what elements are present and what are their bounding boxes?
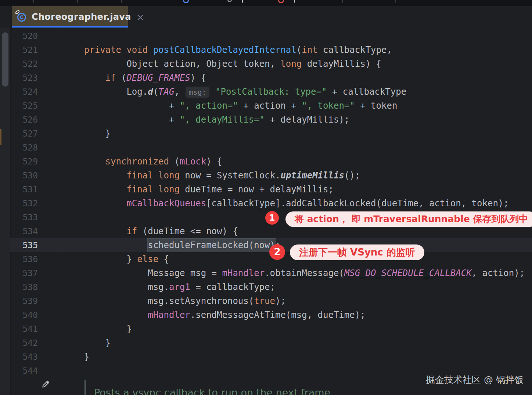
code-token: Message msg = xyxy=(63,268,222,278)
cropped-orange-marker xyxy=(0,129,1,145)
code-token xyxy=(210,87,215,97)
line-number: 527 xyxy=(11,127,38,141)
doc-comment-bar xyxy=(85,380,86,395)
code-token: + delayMillis); xyxy=(265,115,349,125)
line-number: 529 xyxy=(11,155,38,168)
tab-title: Choreographer.java xyxy=(32,12,131,22)
code-token: ", token=" xyxy=(302,101,355,111)
code-token: ", action=" xyxy=(180,101,238,111)
strip-tick xyxy=(395,0,396,3)
code-line[interactable]: } else { xyxy=(63,252,169,266)
code-line[interactable]: } xyxy=(63,336,111,350)
code-token: if xyxy=(126,226,137,236)
code-line[interactable]: Object action, Object token, long delayM… xyxy=(63,57,381,71)
code-line[interactable]: scheduleFrameLocked(now); xyxy=(63,238,280,252)
code-token: dueTime = now + delayMillis; xyxy=(180,184,334,195)
code-token xyxy=(63,170,126,181)
code-token: , xyxy=(174,87,185,97)
edit-pencil-icon[interactable] xyxy=(41,378,51,389)
line-number: 539 xyxy=(11,294,38,308)
gutter-numbers: 5205215225235245255265275285295305315325… xyxy=(11,29,38,378)
annotation-pill-2: 注册下一帧 VSync 的监听 xyxy=(290,244,424,260)
code-token: TAG xyxy=(158,87,174,97)
tab-choreographer-java[interactable]: C Choreographer.java × xyxy=(12,6,128,28)
line-number: 521 xyxy=(11,43,38,57)
inlay-hint: msg: xyxy=(186,87,209,98)
line-number: 528 xyxy=(11,141,38,155)
code-line[interactable]: final long now = SystemClock.uptimeMilli… xyxy=(63,168,360,182)
strip-tick xyxy=(342,0,343,3)
code-token: Object action, Object token, xyxy=(63,59,280,69)
code-token: .sendMessageAtTime(msg, dueTime); xyxy=(190,310,366,320)
code-token: ", delayMillis=" xyxy=(180,115,265,125)
line-number: 523 xyxy=(11,71,38,85)
code-line[interactable]: final long dueTime = now + delayMillis; xyxy=(63,182,334,196)
annotation-badge-2: 2 xyxy=(269,244,285,260)
line-number: 520 xyxy=(11,29,38,43)
scrollbar-thumb[interactable] xyxy=(2,32,8,87)
tab-close-icon[interactable]: × xyxy=(136,12,145,22)
line-number: 533 xyxy=(11,210,38,224)
doc-comment-text: Posts a vsync callback to run on the nex… xyxy=(94,387,330,395)
code-token: msg.setAsynchronous( xyxy=(63,296,254,306)
code-line[interactable]: } xyxy=(63,350,89,364)
code-line[interactable]: + ", delayMillis=" + delayMillis); xyxy=(63,113,349,127)
code-token: + xyxy=(63,115,180,125)
code-token: "PostCallback: type=" xyxy=(215,87,327,97)
code-token: long xyxy=(280,59,302,69)
code-token xyxy=(63,240,148,250)
code-token: + action + xyxy=(238,101,302,111)
line-number: 534 xyxy=(11,224,38,238)
code-line[interactable]: synchronized (mLock) { xyxy=(63,155,222,168)
code-token: ( xyxy=(296,45,302,55)
line-number: 535 xyxy=(11,238,38,252)
code-line[interactable]: + ", action=" + action + ", token=" + to… xyxy=(63,99,397,113)
code-line[interactable]: } xyxy=(63,127,111,141)
cropped-blue-icon xyxy=(183,0,189,3)
code-token: + token xyxy=(355,101,398,111)
code-line[interactable]: mCallbackQueues[callbackType].addCallbac… xyxy=(63,196,509,210)
code-token: DEBUG_FRAMES xyxy=(126,73,190,83)
code-token: MSG_DO_SCHEDULE_CALLBACK xyxy=(344,268,472,278)
line-number: 538 xyxy=(11,280,38,294)
top-cropped-strip xyxy=(0,0,532,6)
class-icon-letter: C xyxy=(17,13,26,22)
code-pane[interactable]: private void postCallbackDelayedInternal… xyxy=(63,29,532,378)
line-number: 525 xyxy=(11,99,38,113)
code-token: final long xyxy=(126,184,180,195)
code-token xyxy=(63,73,105,83)
code-line[interactable]: msg.arg1 = callbackType; xyxy=(63,280,275,294)
code-token: delayMillis) { xyxy=(302,59,381,69)
code-line[interactable]: Message msg = mHandler.obtainMessage(MSG… xyxy=(63,266,525,280)
code-token: (dueTime <= now) { xyxy=(137,226,238,236)
code-token: , action); xyxy=(472,268,525,278)
code-line[interactable]: } xyxy=(63,322,132,336)
code-token xyxy=(63,184,126,195)
code-token xyxy=(63,156,105,167)
code-token: synchronized xyxy=(105,156,169,167)
code-token: mCallbackQueues xyxy=(126,198,206,209)
cropped-red-icon xyxy=(278,0,284,3)
line-number: 531 xyxy=(11,182,38,196)
code-token: true xyxy=(254,296,275,306)
code-token: ) { xyxy=(190,73,206,83)
code-line[interactable]: mHandler.sendMessageAtTime(msg, dueTime)… xyxy=(63,308,366,322)
line-number: 526 xyxy=(11,113,38,127)
code-token: msg. xyxy=(63,282,169,292)
code-line[interactable]: if (dueTime <= now) { xyxy=(63,224,238,238)
code-line[interactable]: msg.setAsynchronous(true); xyxy=(63,294,286,308)
code-line[interactable]: if (DEBUG_FRAMES) { xyxy=(63,71,206,85)
code-token: Log. xyxy=(63,87,148,97)
active-tab-underline xyxy=(12,26,128,28)
line-number: 541 xyxy=(11,322,38,336)
strip-tick xyxy=(77,0,78,3)
code-token: ); xyxy=(275,296,286,306)
line-number: 532 xyxy=(11,196,38,210)
annotation-pill-1: 将 action， 即 mTraversalRunnable 保存到队列中 xyxy=(285,211,532,227)
code-line[interactable]: Log.d(TAG, msg: "PostCallback: type=" + … xyxy=(63,85,406,99)
line-number: 524 xyxy=(11,85,38,99)
code-token: private void xyxy=(84,45,153,55)
code-token: if xyxy=(105,73,116,83)
code-token xyxy=(63,226,126,236)
code-line[interactable]: private void postCallbackDelayedInternal… xyxy=(63,43,392,57)
